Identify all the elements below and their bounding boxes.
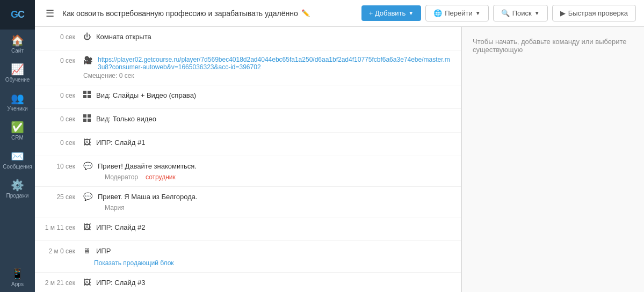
timeline-text: Вид: Слайды + Видео (справа) <box>96 91 196 100</box>
search-dropdown-arrow: ▼ <box>534 10 540 16</box>
timeline-text: Привет. Я Маша из Белгорода. <box>98 192 198 202</box>
quick-check-button[interactable]: ▶ Быстрая проверка <box>552 5 636 21</box>
monitor-icon: 🖥 <box>83 246 91 255</box>
timeline-item: 10 сек 💬 Привет! Давайте знакомиться. Мо… <box>35 156 461 187</box>
sidebar-label-sales: Продажи <box>6 193 29 199</box>
sidebar-item-messages[interactable]: ✉️ Сообщения <box>0 145 35 174</box>
page-title: Как освоить востребованную профессию и з… <box>62 9 356 18</box>
search-icon: 🔍 <box>501 9 510 17</box>
timeline-time: 1 м 11 сек <box>43 223 75 231</box>
timeline-text: ИПР: Слайд #3 <box>96 278 145 288</box>
timeline-text: ИПР <box>96 246 111 256</box>
timeline-time: 0 сек <box>43 91 75 99</box>
svg-rect-3 <box>88 95 91 98</box>
apps-icon: 📱 <box>11 268 24 279</box>
header: ☰ Как освоить востребованную профессию и… <box>35 0 644 27</box>
svg-rect-2 <box>83 95 86 98</box>
sales-icon: ⚙️ <box>11 180 24 191</box>
play-icon: ▶ <box>560 9 566 17</box>
timeline-item: 0 сек ⏻ Комната открыта <box>35 27 461 50</box>
timeline-time: 0 сек <box>43 114 75 123</box>
header-actions: + Добавить ▼ 🌐 Перейти ▼ 🔍 Поиск ▼ ▶ Быс… <box>361 5 636 21</box>
timeline-item: 0 сек 🎥 https://player02.getcourse.ru/pl… <box>35 50 461 85</box>
svg-rect-0 <box>83 91 86 94</box>
svg-rect-4 <box>83 114 86 118</box>
timeline-text: ИПР: Слайд #1 <box>96 138 145 148</box>
sidebar-item-apps[interactable]: 📱 Apps <box>0 263 35 292</box>
timeline-time: 10 сек <box>43 162 75 170</box>
search-button[interactable]: 🔍 Поиск ▼ <box>493 5 548 21</box>
sidebar-item-crm[interactable]: ✅ CRM <box>0 116 35 145</box>
timeline-time: 2 м 0 сек <box>43 246 75 255</box>
add-button[interactable]: + Добавить ▼ <box>361 5 422 21</box>
go-icon: 🌐 <box>433 9 442 17</box>
learning-icon: 📈 <box>11 64 24 75</box>
image-icon: 🖼 <box>83 138 91 147</box>
svg-rect-6 <box>83 119 86 122</box>
chat-icon: 💬 <box>83 162 92 170</box>
timeline-content: 💬 Привет! Давайте знакомиться. Модератор… <box>83 162 453 181</box>
grid-icon <box>83 114 91 123</box>
timeline-content: 🖥 ИПР Показать продающий блок <box>83 246 453 266</box>
show-selling-block[interactable]: Показать продающий блок <box>94 259 174 267</box>
right-panel: Чтобы начать, добавьте команду или выбер… <box>461 27 644 292</box>
main-area: ☰ Как освоить востребованную профессию и… <box>35 0 644 292</box>
go-button[interactable]: 🌐 Перейти ▼ <box>425 5 488 21</box>
site-icon: 🏠 <box>11 35 24 46</box>
timeline-text: ИПР: Слайд #2 <box>96 223 145 232</box>
timeline-content: 🖼 ИПР: Слайд #3 <box>83 278 453 288</box>
timeline-time: 0 сек <box>43 32 75 41</box>
students-icon: 👥 <box>11 93 24 104</box>
grid-icon <box>83 91 91 100</box>
timeline-time: 0 сек <box>43 56 75 64</box>
timeline-panel: 0 сек ⏻ Комната открыта 0 сек 🎥 https://… <box>35 27 461 292</box>
sidebar-label-learning: Обучение <box>5 77 30 83</box>
svg-rect-7 <box>88 119 91 122</box>
sidebar-label-site: Сайт <box>11 48 24 54</box>
svg-rect-1 <box>88 91 91 94</box>
timeline-time: 25 сек <box>43 192 75 201</box>
timeline-text: Привет! Давайте знакомиться. <box>98 162 197 171</box>
timeline-item: 0 сек Вид: Только видео <box>35 109 461 133</box>
edit-title-icon[interactable]: ✏️ <box>301 9 310 17</box>
timeline-offset: Смещение: 0 сек <box>83 72 453 79</box>
sidebar-label-crm: CRM <box>11 135 24 141</box>
video-link[interactable]: https://player02.getcourse.ru/player/7d5… <box>98 56 453 71</box>
timeline-item: 0 сек Вид: Слайды + Видео (справа) <box>35 85 461 109</box>
crm-icon: ✅ <box>11 122 24 133</box>
timeline-content: Вид: Только видео <box>83 114 453 124</box>
sidebar-label-students: Ученики <box>7 106 27 112</box>
timeline-time: 0 сек <box>43 138 75 147</box>
timeline-item: 1 м 11 сек 🖼 ИПР: Слайд #2 <box>35 217 461 241</box>
timeline-content: 🖼 ИПР: Слайд #2 <box>83 223 453 232</box>
sidebar-item-students[interactable]: 👥 Ученики <box>0 87 35 116</box>
menu-icon[interactable]: ☰ <box>43 5 57 22</box>
sidebar-item-learning[interactable]: 📈 Обучение <box>0 59 35 87</box>
timeline-content: ⏻ Комната открыта <box>83 32 453 42</box>
timeline-item: 0 сек 🖼 ИПР: Слайд #1 <box>35 133 461 156</box>
right-panel-hint: Чтобы начать, добавьте команду или выбер… <box>473 38 627 54</box>
sidebar-label-messages: Сообщения <box>3 164 32 170</box>
image-icon: 🖼 <box>83 223 91 231</box>
timeline-content: Вид: Слайды + Видео (справа) <box>83 91 453 100</box>
author-badge: сотрудник <box>146 173 176 181</box>
timeline-time: 2 м 21 сек <box>43 278 75 287</box>
sidebar: GC 🏠 Сайт 📈 Обучение 👥 Ученики ✅ CRM ✉️ … <box>0 0 35 292</box>
logo: GC <box>0 0 35 30</box>
power-icon: ⏻ <box>83 32 91 41</box>
sidebar-item-site[interactable]: 🏠 Сайт <box>0 30 35 59</box>
timeline-content: 🎥 https://player02.getcourse.ru/player/7… <box>83 56 453 79</box>
image-icon: 🖼 <box>83 278 91 287</box>
video-icon: 🎥 <box>83 56 92 64</box>
add-dropdown-arrow: ▼ <box>408 10 414 16</box>
timeline-item: 25 сек 💬 Привет. Я Маша из Белгорода. Ма… <box>35 187 461 217</box>
chat-author: Модератор <box>105 173 138 181</box>
timeline-text: Комната открыта <box>96 32 151 42</box>
chat-author: Мария <box>105 204 125 211</box>
timeline-item: 2 м 21 сек 🖼 ИПР: Слайд #3 <box>35 273 461 292</box>
svg-rect-5 <box>88 114 91 118</box>
timeline-text: Вид: Только видео <box>96 114 156 124</box>
content-area: 0 сек ⏻ Комната открыта 0 сек 🎥 https://… <box>35 27 644 292</box>
sidebar-label-apps: Apps <box>11 281 24 288</box>
sidebar-item-sales[interactable]: ⚙️ Продажи <box>0 174 35 203</box>
